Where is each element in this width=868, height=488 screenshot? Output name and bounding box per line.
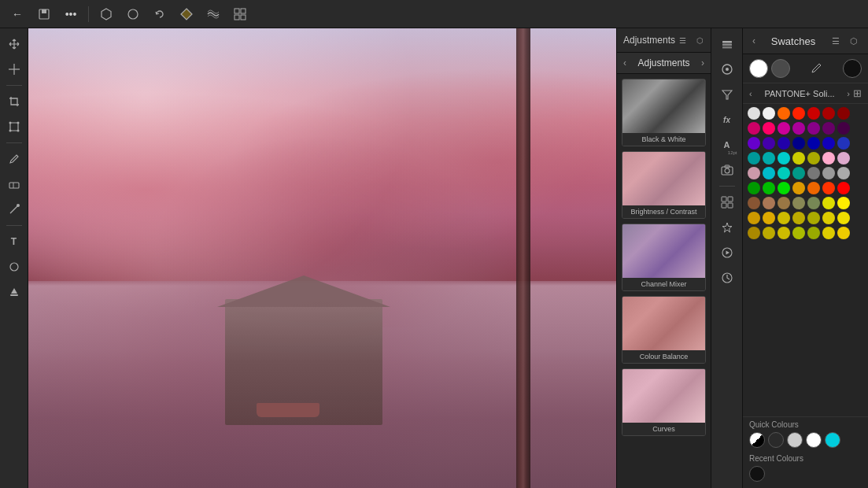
swatch-very-dark-red[interactable] xyxy=(837,107,850,120)
swatch-dark-khaki[interactable] xyxy=(807,197,820,209)
swatch-red-orange[interactable] xyxy=(822,182,835,194)
adj-curves-item[interactable]: Curves xyxy=(622,368,706,436)
canvas-area[interactable] xyxy=(28,28,616,488)
swatch-teal[interactable] xyxy=(748,152,760,165)
adj-brightness-item[interactable]: Brightness / Contrast xyxy=(622,151,706,219)
quick-swatch-white[interactable] xyxy=(806,432,822,448)
text-tool-btn[interactable]: T xyxy=(3,231,25,253)
swatch-deep-pink[interactable] xyxy=(778,122,790,135)
star-btn[interactable] xyxy=(716,216,738,238)
swatch-rose[interactable] xyxy=(748,167,760,179)
swatch-purple-pink[interactable] xyxy=(792,122,805,135)
swatch-pure-red[interactable] xyxy=(837,182,850,194)
swatch-light-gold[interactable] xyxy=(822,212,835,224)
tool-wave-btn[interactable] xyxy=(202,3,224,25)
more-btn[interactable]: ••• xyxy=(60,3,82,25)
shape-tool-btn[interactable] xyxy=(3,256,25,278)
swatch-dark-mustard[interactable] xyxy=(792,212,805,224)
circle-btn[interactable] xyxy=(716,58,738,80)
swatch-hot-pink[interactable] xyxy=(763,122,775,135)
swatch-pink-medium[interactable] xyxy=(837,152,850,165)
swatch-blue-violet[interactable] xyxy=(778,137,790,150)
swatch-lime[interactable] xyxy=(807,227,820,239)
erase-tool-btn[interactable] xyxy=(3,173,25,195)
swatch-cyan[interactable] xyxy=(778,152,790,165)
swatch-amber[interactable] xyxy=(792,182,805,194)
swatch-sky-blue[interactable] xyxy=(763,167,775,179)
swatch-pale-gold[interactable] xyxy=(837,212,850,224)
swatch-green[interactable] xyxy=(748,182,760,194)
quick-swatch-dark[interactable] xyxy=(768,432,784,448)
pen-tool-btn[interactable] xyxy=(3,198,25,220)
swatch-bright-yellow[interactable] xyxy=(837,197,850,209)
back-btn[interactable]: ← xyxy=(6,3,28,25)
tool-rotate-btn[interactable] xyxy=(149,3,171,25)
swatch-yellow-olive[interactable] xyxy=(778,227,790,239)
swatch-mustard[interactable] xyxy=(778,212,790,224)
black-color[interactable] xyxy=(843,59,862,78)
camera-btn[interactable] xyxy=(716,159,738,181)
swatch-dark-gold[interactable] xyxy=(763,212,775,224)
swatch-pink-light[interactable] xyxy=(822,152,835,165)
swatch-yellow[interactable] xyxy=(822,197,835,209)
swatch-bright-green[interactable] xyxy=(763,182,775,194)
swatch-brown[interactable] xyxy=(748,197,760,209)
swatch-cyan-teal[interactable] xyxy=(763,152,775,165)
swatch-dark-blue[interactable] xyxy=(792,137,805,150)
swatch-deep-violet[interactable] xyxy=(763,137,775,150)
swatch-purple[interactable] xyxy=(807,122,820,135)
transform-tool-btn[interactable] xyxy=(3,116,25,138)
pantone-prev-btn[interactable]: ‹ xyxy=(749,89,752,98)
swatch-tan[interactable] xyxy=(763,197,775,209)
quick-swatch-cyan[interactable] xyxy=(825,432,840,448)
text-settings-btn[interactable]: A 12pt xyxy=(716,134,738,156)
swatch-orange[interactable] xyxy=(778,107,790,120)
swatch-sienna[interactable] xyxy=(778,197,790,209)
swatch-lemon[interactable] xyxy=(822,227,835,239)
swatch-olive[interactable] xyxy=(807,152,820,165)
swatches-expand-btn[interactable]: ⬡ xyxy=(846,33,862,49)
swatch-lightgray[interactable] xyxy=(748,107,760,120)
swatch-very-dark-purple[interactable] xyxy=(837,122,850,135)
swatch-dark-amber[interactable] xyxy=(748,227,760,239)
adj-list-btn[interactable]: ☰ xyxy=(675,33,689,47)
swatch-yellow-green[interactable] xyxy=(792,152,805,165)
swatch-red[interactable] xyxy=(807,107,820,120)
tool-grid-btn[interactable] xyxy=(229,3,251,25)
swatches-back-btn[interactable]: ‹ xyxy=(749,34,759,48)
filter-btn[interactable] xyxy=(716,83,738,105)
layers-btn[interactable] xyxy=(716,33,738,55)
fill-tool-btn[interactable] xyxy=(3,281,25,303)
swatch-royal-blue[interactable] xyxy=(837,137,850,150)
swatches-list-btn[interactable]: ☰ xyxy=(828,33,844,49)
crop-tool-btn[interactable] xyxy=(3,91,25,113)
swatch-teal-green[interactable] xyxy=(792,167,805,179)
swatch-dark-purple[interactable] xyxy=(822,122,835,135)
swatch-gold[interactable] xyxy=(748,212,760,224)
tool-circle-btn[interactable] xyxy=(122,3,144,25)
brush-tool-btn[interactable] xyxy=(3,148,25,170)
swatch-dark-orange[interactable] xyxy=(807,182,820,194)
swatch-magenta[interactable] xyxy=(748,122,760,135)
adj-expand-btn[interactable]: ⬡ xyxy=(693,33,707,47)
tool-hex-btn[interactable] xyxy=(95,3,117,25)
quick-swatch-light[interactable] xyxy=(787,432,803,448)
adj-bw-item[interactable]: Black & White xyxy=(622,79,706,146)
play-btn[interactable] xyxy=(716,242,738,264)
swatch-turquoise[interactable] xyxy=(778,167,790,179)
pantone-grid-btn[interactable]: ⊞ xyxy=(853,87,862,99)
swatch-yellow-green-2[interactable] xyxy=(792,227,805,239)
swatch-red-bright[interactable] xyxy=(792,107,805,120)
grid-view-btn[interactable] xyxy=(716,191,738,213)
swatch-violet[interactable] xyxy=(748,137,760,150)
swatch-gray[interactable] xyxy=(807,167,820,179)
selection-tool-btn[interactable] xyxy=(3,58,25,80)
quick-swatch-half[interactable] xyxy=(749,432,765,448)
foreground-color[interactable] xyxy=(749,59,768,78)
background-color[interactable] xyxy=(771,59,790,78)
swatch-light-gray[interactable] xyxy=(837,167,850,179)
swatch-blue[interactable] xyxy=(807,137,820,150)
swatch-medium-blue[interactable] xyxy=(822,137,835,150)
save-btn[interactable] xyxy=(33,3,55,25)
swatch-warm-olive[interactable] xyxy=(763,227,775,239)
